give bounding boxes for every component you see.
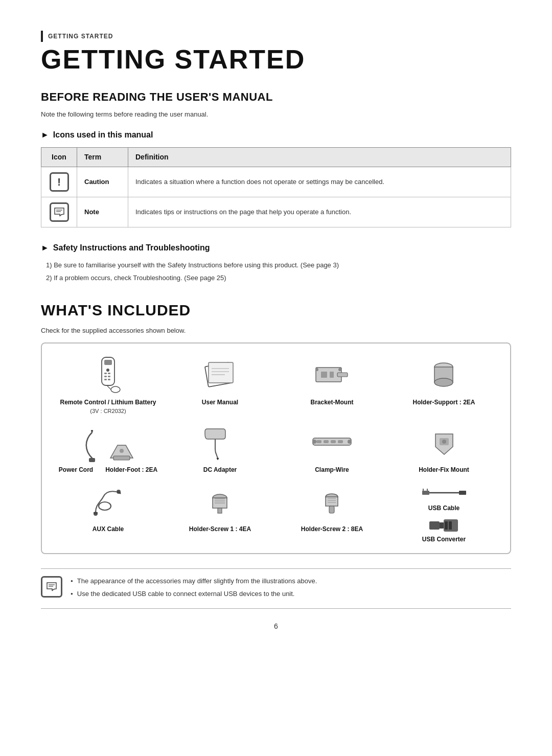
svg-rect-3 (104, 360, 112, 365)
accessories-row-2: Power Cord Holder-Foot : 2EA DC Adapter (52, 422, 500, 474)
svg-rect-43 (94, 512, 98, 514)
table-header-definition: Definition (128, 147, 511, 167)
safety-section: ► Safety Instructions and Troubleshootin… (41, 242, 511, 283)
accessories-box: Remote Control / Lithium Battery (3V : C… (41, 342, 511, 554)
page-number: 6 (41, 621, 511, 632)
svg-point-46 (99, 502, 111, 510)
whats-included-intro: Check for the supplied accessories shown… (41, 326, 511, 336)
note-icon (41, 576, 62, 598)
svg-rect-37 (338, 440, 343, 443)
holder-screw1-label: Holder-Screw 1 : 4EA (189, 525, 251, 534)
def-caution: Indicates a situation where a function d… (128, 167, 511, 197)
bracket-mount-image (276, 355, 388, 396)
safety-list: 1) Be sure to familiarise yourself with … (41, 260, 511, 283)
notes-list: The appearance of the accessories may di… (71, 576, 317, 601)
accessory-holder-fix: Holder-Fix Mount (388, 422, 500, 474)
accessories-usb-col: USB Cable USB Converter (388, 482, 500, 544)
accessories-row-3: AUX Cable Holder-Screw 1 : 4EA (52, 482, 500, 544)
svg-point-38 (312, 440, 316, 444)
accessory-bracket-mount: Bracket-Mount (276, 355, 388, 415)
accessories-col1-row2: Power Cord Holder-Foot : 2EA (52, 422, 164, 474)
breadcrumb: Getting Started (41, 31, 511, 42)
holder-support-label: Holder-Support : 2EA (413, 399, 475, 407)
caution-icon: ! (50, 172, 69, 192)
svg-point-26 (434, 378, 453, 386)
note-icon (50, 202, 69, 222)
page-title: GETTING STARTED (41, 45, 511, 74)
holder-support-image (388, 355, 500, 396)
accessories-row-1: Remote Control / Lithium Battery (3V : C… (52, 355, 500, 415)
safety-item-2: 2) If a problem occurs, check Troublesho… (46, 273, 511, 283)
accessory-user-manual: User Manual (164, 355, 276, 415)
arrow-icon-2: ► (41, 242, 49, 254)
svg-rect-8 (108, 376, 110, 377)
accessory-dc-adapter: DC Adapter (164, 422, 276, 474)
remote-label: Remote Control / Lithium Battery (60, 399, 156, 407)
dc-adapter-image (164, 422, 276, 463)
arrow-icon: ► (41, 129, 49, 141)
section-title: BEFORE READING THE USER'S MANUAL (41, 88, 511, 105)
aux-cable-image (52, 482, 164, 522)
svg-rect-64 (429, 521, 440, 530)
svg-rect-5 (104, 373, 107, 374)
svg-point-4 (106, 369, 109, 372)
svg-rect-49 (218, 508, 222, 513)
note-item-1: The appearance of the accessories may di… (71, 576, 317, 586)
svg-rect-20 (330, 372, 334, 378)
note-box: The appearance of the accessories may di… (41, 568, 511, 609)
holder-screw2-image (276, 482, 388, 522)
svg-rect-19 (321, 372, 327, 378)
user-manual-label: User Manual (202, 399, 238, 407)
accessory-aux-cable: AUX Cable (52, 482, 164, 544)
def-note: Indicates tips or instructions on the pa… (128, 197, 511, 227)
svg-rect-36 (331, 440, 336, 443)
holder-screw1-image (164, 482, 276, 522)
power-cord-label: Power Cord (59, 466, 93, 474)
holder-fix-image (388, 422, 500, 463)
remote-control-image (52, 355, 164, 396)
table-row: Note Indicates tips or instructions on t… (41, 197, 511, 227)
svg-rect-34 (316, 440, 321, 443)
usb-converter-label: USB Converter (422, 536, 466, 544)
note-item-2: Use the dedicated USB cable to connect e… (71, 589, 317, 599)
svg-rect-67 (445, 521, 448, 530)
safety-item-1: 1) Be sure to familiarise yourself with … (46, 260, 511, 270)
svg-rect-68 (449, 521, 452, 530)
svg-rect-28 (89, 458, 95, 462)
svg-rect-59 (422, 491, 429, 495)
bracket-mount-label: Bracket-Mount (310, 399, 353, 407)
svg-point-11 (111, 386, 120, 393)
accessory-remote-control: Remote Control / Lithium Battery (3V : C… (52, 355, 164, 415)
icons-table: Icon Term Definition ! Caution Indicates… (41, 147, 511, 227)
breadcrumb-text: Getting Started (48, 32, 113, 41)
user-manual-image (164, 355, 276, 396)
term-caution: Caution (77, 167, 128, 197)
dc-adapter-label: DC Adapter (203, 466, 237, 474)
breadcrumb-bar (41, 31, 43, 42)
svg-rect-65 (440, 522, 444, 529)
section-intro: Note the following terms before reading … (41, 109, 511, 120)
accessory-holder-support: Holder-Support : 2EA (388, 355, 500, 415)
svg-point-23 (338, 368, 341, 371)
remote-sublabel: (3V : CR2032) (90, 407, 126, 416)
table-header-icon: Icon (41, 147, 77, 167)
svg-rect-35 (324, 440, 329, 443)
table-row: ! Caution Indicates a situation where a … (41, 167, 511, 197)
svg-rect-14 (209, 362, 233, 383)
svg-point-39 (348, 440, 352, 444)
holder-fix-label: Holder-Fix Mount (419, 466, 469, 474)
svg-rect-7 (104, 376, 107, 377)
accessory-holder-screw2: Holder-Screw 2 : 8EA (276, 482, 388, 544)
svg-rect-6 (108, 373, 110, 374)
term-note: Note (77, 197, 128, 227)
svg-rect-29 (113, 456, 130, 460)
safety-title: ► Safety Instructions and Troubleshootin… (41, 242, 511, 254)
svg-point-41 (442, 440, 446, 444)
svg-line-12 (107, 386, 111, 390)
aux-cable-label: AUX Cable (93, 525, 124, 534)
svg-rect-61 (459, 491, 466, 495)
holder-screw2-label: Holder-Screw 2 : 8EA (301, 525, 363, 534)
table-header-term: Term (77, 147, 128, 167)
svg-rect-21 (337, 373, 348, 377)
svg-point-22 (315, 368, 318, 371)
